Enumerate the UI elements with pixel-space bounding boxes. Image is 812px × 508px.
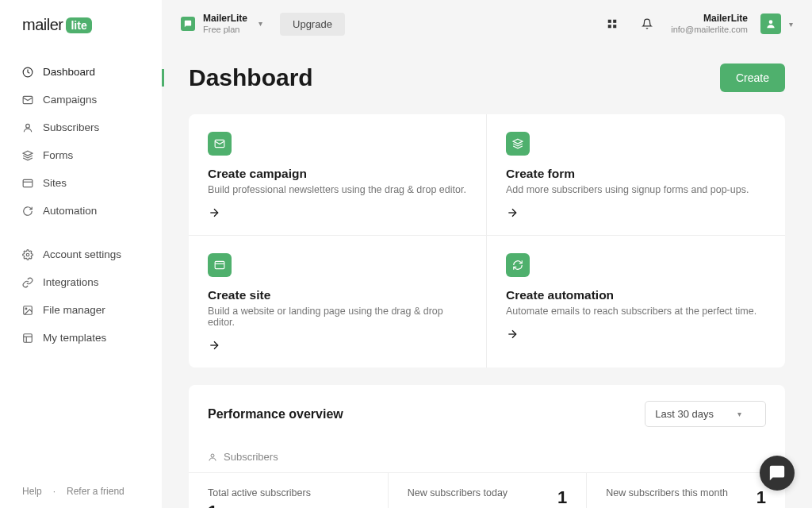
quick-actions: Create campaign Build professional newsl… bbox=[189, 114, 785, 368]
arrow-right-icon bbox=[208, 206, 467, 219]
header-left: MailerLite Free plan ▾ Upgrade bbox=[181, 13, 345, 36]
refresh-icon bbox=[22, 206, 33, 217]
nav-item-forms[interactable]: Forms bbox=[0, 141, 162, 169]
date-range-select[interactable]: Last 30 days ▾ bbox=[645, 401, 766, 427]
card-create-form[interactable]: Create form Add more subscribers using s… bbox=[487, 114, 785, 236]
card-desc: Add more subscribers using signup forms … bbox=[506, 184, 766, 195]
user-name: MailerLite bbox=[703, 13, 748, 24]
dashboard-icon bbox=[22, 67, 33, 78]
upgrade-button[interactable]: Upgrade bbox=[280, 13, 345, 36]
svg-point-2 bbox=[26, 124, 30, 128]
svg-point-23 bbox=[211, 454, 214, 457]
chevron-down-icon: ▾ bbox=[789, 20, 793, 29]
svg-point-5 bbox=[26, 253, 29, 256]
layers-icon bbox=[22, 150, 33, 161]
nav-label: Forms bbox=[43, 149, 73, 161]
stat-label: Total active subscribers bbox=[208, 487, 369, 498]
stat-label: New subscribers today bbox=[408, 487, 508, 498]
nav-label: File manager bbox=[43, 304, 105, 316]
avatar bbox=[760, 13, 781, 34]
user-icon bbox=[22, 122, 33, 133]
link-icon bbox=[22, 277, 33, 288]
nav-item-campaigns[interactable]: Campaigns bbox=[0, 86, 162, 114]
card-create-site[interactable]: Create site Build a website or landing p… bbox=[189, 236, 487, 368]
account-switcher[interactable]: MailerLite Free plan ▾ bbox=[181, 13, 262, 35]
content: Create campaign Build professional newsl… bbox=[162, 114, 812, 508]
user-menu[interactable]: ▾ bbox=[760, 13, 793, 34]
stat-value: 1 bbox=[756, 487, 766, 508]
arrow-right-icon bbox=[208, 339, 467, 352]
template-icon bbox=[22, 333, 33, 344]
stat-label: New subscribers this month bbox=[606, 487, 728, 498]
nav-label: Subscribers bbox=[43, 121, 99, 133]
nav-item-sites[interactable]: Sites bbox=[0, 169, 162, 197]
logo-badge: lite bbox=[66, 17, 91, 33]
account-plan: Free plan bbox=[203, 25, 247, 35]
nav-item-automation[interactable]: Automation bbox=[0, 197, 162, 225]
svg-rect-8 bbox=[24, 333, 33, 342]
date-range-value: Last 30 days bbox=[655, 408, 714, 420]
page-title: Dashboard bbox=[189, 64, 313, 91]
svg-rect-14 bbox=[613, 25, 616, 28]
logo[interactable]: mailer lite bbox=[0, 0, 162, 58]
card-desc: Build a website or landing page using th… bbox=[208, 306, 467, 328]
notifications-button[interactable] bbox=[636, 13, 658, 35]
main: MailerLite Free plan ▾ Upgrade MailerLit… bbox=[162, 0, 812, 508]
svg-rect-19 bbox=[215, 261, 224, 268]
chevron-down-icon: ▾ bbox=[737, 410, 741, 418]
nav-label: My templates bbox=[43, 332, 106, 344]
chat-widget[interactable] bbox=[760, 456, 795, 491]
header-right: MailerLite info@mailerlite.com ▾ bbox=[601, 13, 793, 35]
nav: Dashboard Campaigns Subscribers Forms Si… bbox=[0, 58, 162, 475]
account-icon bbox=[181, 17, 195, 31]
browser-icon bbox=[22, 178, 33, 189]
nav-item-dashboard[interactable]: Dashboard bbox=[0, 58, 162, 86]
refer-link[interactable]: Refer a friend bbox=[67, 486, 124, 497]
create-button[interactable]: Create bbox=[720, 64, 785, 92]
nav-item-file-manager[interactable]: File manager bbox=[0, 296, 162, 324]
envelope-icon bbox=[208, 132, 232, 156]
perf-tab-subscribers[interactable]: Subscribers bbox=[189, 441, 785, 473]
svg-rect-12 bbox=[613, 20, 616, 23]
svg-rect-11 bbox=[608, 20, 611, 23]
stats: Total active subscribers 1 New subscribe… bbox=[189, 473, 785, 508]
nav-item-my-templates[interactable]: My templates bbox=[0, 324, 162, 352]
stat-value: 1 bbox=[208, 502, 369, 508]
grid-icon bbox=[607, 18, 618, 29]
card-create-campaign[interactable]: Create campaign Build professional newsl… bbox=[189, 114, 487, 236]
stat-today: New subscribers today 1 bbox=[388, 473, 587, 508]
user-info: MailerLite info@mailerlite.com bbox=[671, 13, 748, 35]
apps-button[interactable] bbox=[601, 13, 623, 35]
tab-label: Subscribers bbox=[224, 451, 278, 463]
chat-icon bbox=[768, 464, 786, 482]
nav-label: Sites bbox=[43, 177, 67, 189]
card-desc: Build professional newsletters using the… bbox=[208, 184, 467, 195]
stat-active: Total active subscribers 1 bbox=[189, 473, 388, 508]
svg-point-7 bbox=[25, 308, 27, 310]
chevron-down-icon: ▾ bbox=[259, 19, 262, 28]
layers-icon bbox=[506, 132, 530, 156]
separator: · bbox=[53, 486, 56, 497]
nav-label: Dashboard bbox=[43, 66, 95, 78]
card-title: Create form bbox=[506, 167, 766, 181]
nav-item-account-settings[interactable]: Account settings bbox=[0, 241, 162, 268]
card-create-automation[interactable]: Create automation Automate emails to rea… bbox=[487, 236, 785, 368]
image-icon bbox=[22, 305, 33, 316]
sidebar-footer: Help · Refer a friend bbox=[0, 475, 162, 508]
user-email: info@mailerlite.com bbox=[671, 25, 748, 35]
nav-item-integrations[interactable]: Integrations bbox=[0, 268, 162, 296]
svg-point-15 bbox=[769, 20, 773, 24]
svg-rect-3 bbox=[23, 179, 33, 187]
account-name: MailerLite bbox=[203, 13, 247, 24]
logo-text: mailer bbox=[22, 16, 63, 34]
nav-item-subscribers[interactable]: Subscribers bbox=[0, 114, 162, 141]
stat-month: New subscribers this month 1 bbox=[586, 473, 785, 508]
nav-label: Account settings bbox=[43, 248, 121, 260]
nav-label: Automation bbox=[43, 205, 97, 217]
person-icon bbox=[765, 18, 776, 29]
account-text: MailerLite Free plan bbox=[203, 13, 247, 35]
arrow-right-icon bbox=[506, 206, 766, 219]
performance-overview: Performance overview Last 30 days ▾ Subs… bbox=[189, 385, 785, 508]
help-link[interactable]: Help bbox=[22, 486, 42, 497]
user-icon bbox=[208, 452, 217, 462]
